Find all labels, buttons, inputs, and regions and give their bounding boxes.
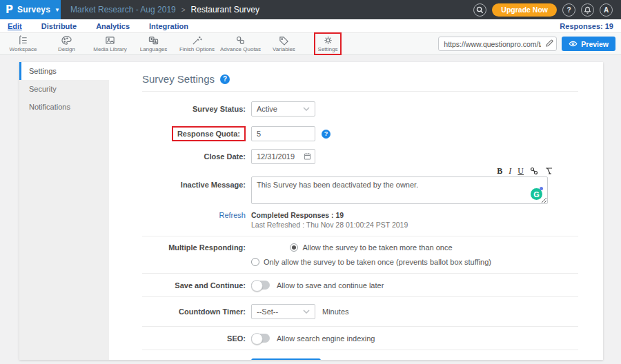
save-continue-description: Allow to save and continue later — [277, 281, 384, 290]
toolbar-item-workspace[interactable]: Workspace — [1, 34, 45, 54]
save-continue-toggle[interactable] — [251, 281, 270, 290]
inactive-message-textarea[interactable]: This Survey has been deactivated by the … — [251, 176, 548, 204]
title-help-icon[interactable]: ? — [220, 74, 230, 84]
notifications-bell-icon[interactable] — [581, 3, 594, 17]
magic-wand-icon — [191, 35, 203, 46]
topbar-actions: Upgrade Now ? A — [473, 0, 621, 19]
top-navbar: P Surveys ▼ Market Research - Aug 2019 >… — [0, 0, 621, 19]
countdown-timer-label: Countdown Timer: — [142, 307, 246, 316]
toolbar-item-finish-options[interactable]: Finish Options — [175, 34, 219, 54]
toolbar-item-design[interactable]: Design — [45, 34, 88, 54]
seo-description: Allow search engine indexing — [277, 334, 375, 343]
page-title: Survey Settings — [142, 73, 215, 85]
breadcrumb-current: Restaurant Survey — [191, 5, 259, 14]
toolbar-item-advance-quotas[interactable]: Advance Quotas — [219, 34, 262, 54]
tag-icon — [278, 35, 290, 46]
upgrade-now-button[interactable]: Upgrade Now — [492, 3, 557, 17]
survey-url-input[interactable] — [438, 37, 557, 51]
avatar[interactable]: A — [600, 3, 613, 17]
radio-allow-once[interactable]: Only allow the survey to be taken once (… — [251, 258, 491, 266]
eye-icon — [569, 41, 578, 47]
toolbar-item-languages[interactable]: Languages — [132, 34, 175, 54]
translate-icon — [148, 35, 159, 46]
help-button[interactable]: ? — [562, 3, 575, 17]
toolbar-item-variables[interactable]: Variables — [262, 34, 306, 54]
sidebar-item-settings[interactable]: Settings — [19, 62, 109, 80]
responses-count[interactable]: Responses: 19 — [560, 22, 613, 30]
chain-links-icon — [235, 35, 246, 46]
survey-url-group: Preview — [438, 37, 620, 51]
edit-toolbar: Workspace Design Media Library Languages… — [0, 33, 621, 55]
workspace-icon — [17, 35, 29, 46]
sidebar-item-notifications[interactable]: Notifications — [19, 98, 109, 116]
nav-tab-analytics[interactable]: Analytics — [96, 22, 130, 30]
italic-button[interactable]: I — [509, 167, 511, 175]
settings-form: Survey Status: Active Response Quota: ? — [142, 92, 578, 360]
product-label: Surveys — [17, 5, 50, 14]
sidebar-item-security[interactable]: Security — [19, 80, 109, 98]
survey-status-select[interactable]: Active — [251, 101, 315, 117]
multiple-responding-label: Multiple Responding: — [142, 243, 246, 252]
product-switcher[interactable]: P Surveys ▼ — [0, 0, 61, 19]
settings-panel: Settings Security Notifications Survey S… — [19, 62, 603, 360]
breadcrumb-separator: > — [181, 6, 186, 14]
questionpro-logo-icon: P — [6, 3, 13, 16]
response-quota-label: Response Quota: — [172, 126, 246, 141]
chevron-down-icon: ▼ — [55, 7, 60, 13]
underline-button[interactable]: U — [518, 167, 524, 175]
chevron-down-icon — [303, 107, 310, 111]
image-icon — [104, 35, 116, 46]
close-date-label: Close Date: — [142, 152, 246, 161]
toolbar-item-media-library[interactable]: Media Library — [88, 34, 132, 54]
nav-tab-integration[interactable]: Integration — [149, 22, 188, 30]
countdown-timer-suffix: Minutes — [322, 307, 349, 316]
survey-status-label: Survey Status: — [142, 105, 246, 113]
nav-tab-edit[interactable]: Edit — [8, 22, 22, 30]
breadcrumb-parent[interactable]: Market Research - Aug 2019 — [70, 5, 176, 14]
refresh-row: Refresh Completed Responses : 19 Last Re… — [142, 211, 578, 229]
toolbar-item-settings[interactable]: Settings — [314, 32, 342, 55]
radio-icon[interactable] — [290, 243, 298, 252]
edit-pencil-icon[interactable] — [545, 39, 553, 48]
breadcrumb: Market Research - Aug 2019 > Restaurant … — [70, 0, 259, 19]
nav-tab-distribute[interactable]: Distribute — [41, 22, 77, 30]
format-toolbar: B I U — [251, 167, 553, 175]
survey-nav: Edit Distribute Analytics Integration Re… — [0, 19, 621, 33]
chevron-down-icon — [303, 310, 310, 314]
countdown-timer-select[interactable]: --Set-- — [251, 304, 315, 319]
last-refreshed-text: Last Refreshed : Thu Nov 28 01:00:24 PST… — [251, 221, 408, 229]
palette-icon — [61, 35, 72, 46]
refresh-link[interactable]: Refresh — [142, 211, 246, 219]
settings-main: Survey Settings ? Survey Status: Active … — [109, 62, 603, 360]
response-quota-input[interactable] — [251, 126, 315, 141]
save-continue-label: Save and Continue: — [142, 281, 246, 290]
preview-button[interactable]: Preview — [562, 37, 615, 51]
save-changes-button[interactable]: Save Changes — [251, 358, 321, 360]
gear-icon — [322, 35, 334, 46]
settings-sidebar: Settings Security Notifications — [19, 62, 109, 360]
quota-help-icon[interactable]: ? — [322, 130, 331, 139]
remove-format-icon[interactable] — [544, 167, 553, 175]
calendar-icon[interactable] — [304, 152, 311, 160]
inactive-message-row: Inactive Message: This Survey has been d… — [142, 176, 578, 207]
seo-toggle[interactable] — [251, 334, 270, 343]
grammarly-icon[interactable]: G — [531, 188, 542, 200]
bold-button[interactable]: B — [497, 167, 502, 175]
radio-allow-multiple[interactable]: Allow the survey to be taken more than o… — [290, 243, 452, 252]
radio-icon[interactable] — [251, 258, 259, 266]
seo-label: SEO: — [142, 334, 246, 343]
completed-responses-text: Completed Responses : 19 — [251, 211, 408, 219]
link-icon[interactable] — [530, 167, 538, 175]
inactive-message-label: Inactive Message: — [142, 176, 246, 189]
search-icon[interactable] — [473, 3, 486, 17]
